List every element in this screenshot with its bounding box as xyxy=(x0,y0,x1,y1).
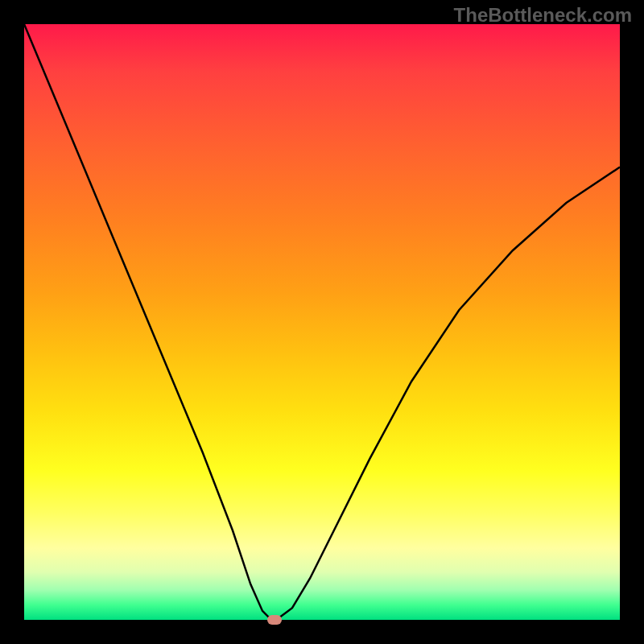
curve-svg xyxy=(24,24,620,620)
bottleneck-curve xyxy=(24,24,620,620)
plot-area xyxy=(24,24,620,620)
chart-container: TheBottleneck.com xyxy=(0,0,644,644)
watermark-text: TheBottleneck.com xyxy=(454,4,632,27)
minimum-marker xyxy=(267,615,282,625)
